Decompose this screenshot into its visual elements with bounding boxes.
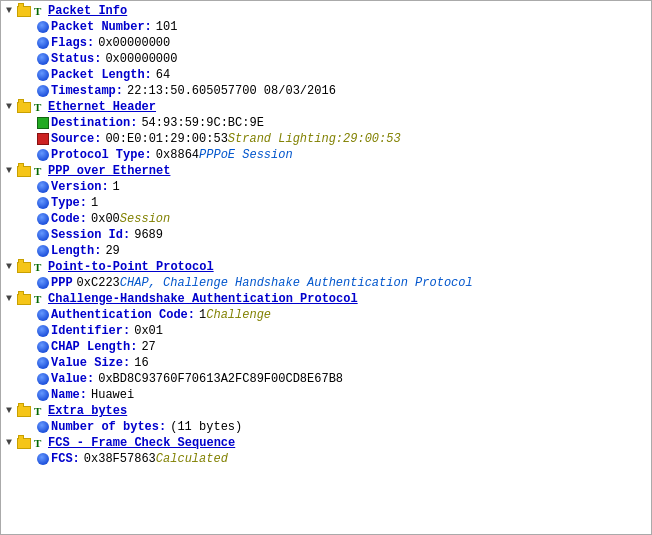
blue-circle-icon: [37, 389, 49, 401]
blue-circle-icon: [37, 373, 49, 385]
field-row[interactable]: Value Size:16: [33, 355, 651, 371]
section-content-ethernet-header: Destination:54:93:59:9C:BC:9ESource:00:E…: [1, 115, 651, 163]
tree-toggle-point-to-point[interactable]: ▼: [3, 261, 15, 273]
tree-toggle-ethernet-header[interactable]: ▼: [3, 101, 15, 113]
blue-circle-icon: [37, 21, 49, 33]
blue-circle-icon: [37, 37, 49, 49]
folder-icon: [17, 166, 31, 177]
section-title-point-to-point: Point-to-Point Protocol: [48, 260, 214, 274]
field-row[interactable]: Version:1: [33, 179, 651, 195]
field-row[interactable]: Flags:0x00000000: [33, 35, 651, 51]
field-value: 1: [199, 308, 206, 322]
blue-circle-icon: [37, 357, 49, 369]
field-row[interactable]: Authentication Code:1 Challenge: [33, 307, 651, 323]
section-header-fcs[interactable]: ▼TFCS - Frame Check Sequence: [1, 435, 651, 451]
blue-circle-icon: [37, 181, 49, 193]
folder-icon: [17, 6, 31, 17]
blue-circle-icon: [37, 341, 49, 353]
tree-toggle-ppp-over-ethernet[interactable]: ▼: [3, 165, 15, 177]
field-row[interactable]: Length:29: [33, 243, 651, 259]
field-row[interactable]: Protocol Type:0x8864 PPPoE Session: [33, 147, 651, 163]
field-label: Status:: [51, 52, 101, 66]
section-title-ppp-over-ethernet: PPP over Ethernet: [48, 164, 170, 178]
field-value-extra: Session: [120, 212, 170, 226]
field-value: 0x00: [91, 212, 120, 226]
field-value: 0xC223: [77, 276, 120, 290]
section-header-point-to-point[interactable]: ▼TPoint-to-Point Protocol: [1, 259, 651, 275]
field-label: Value Size:: [51, 356, 130, 370]
blue-circle-icon: [37, 421, 49, 433]
section-header-ethernet-header[interactable]: ▼TEthernet Header: [1, 99, 651, 115]
field-label: Identifier:: [51, 324, 130, 338]
field-label: Protocol Type:: [51, 148, 152, 162]
field-label: Flags:: [51, 36, 94, 50]
blue-circle-icon: [37, 85, 49, 97]
field-row[interactable]: Timestamp:22:13:50.605057700 08/03/2016: [33, 83, 651, 99]
field-row[interactable]: CHAP Length:27: [33, 339, 651, 355]
field-value-extra: CHAP, Challenge Handshake Authentication…: [120, 276, 473, 290]
tree-toggle-packet-info[interactable]: ▼: [3, 5, 15, 17]
field-row[interactable]: Destination:54:93:59:9C:BC:9E: [33, 115, 651, 131]
section-header-chap[interactable]: ▼TChallenge-Handshake Authentication Pro…: [1, 291, 651, 307]
field-row[interactable]: FCS:0x38F57863 Calculated: [33, 451, 651, 467]
red-square-icon: [37, 133, 49, 145]
field-label: Packet Number:: [51, 20, 152, 34]
field-row[interactable]: Session Id:9689: [33, 227, 651, 243]
t-icon: T: [34, 101, 47, 114]
field-value-extra: Challenge: [206, 308, 271, 322]
blue-circle-icon: [37, 453, 49, 465]
section-content-point-to-point: PPP0xC223 CHAP, Challenge Handshake Auth…: [1, 275, 651, 291]
field-label: Length:: [51, 244, 101, 258]
field-value: 1: [91, 196, 98, 210]
field-row[interactable]: Identifier:0x01: [33, 323, 651, 339]
field-row[interactable]: Packet Length:64: [33, 67, 651, 83]
field-row[interactable]: PPP0xC223 CHAP, Challenge Handshake Auth…: [33, 275, 651, 291]
tree-toggle-extra-bytes[interactable]: ▼: [3, 405, 15, 417]
blue-circle-icon: [37, 197, 49, 209]
t-icon: T: [34, 437, 47, 450]
field-row[interactable]: Source:00:E0:01:29:00:53 Strand Lighting…: [33, 131, 651, 147]
field-value: (11 bytes): [170, 420, 242, 434]
t-icon: T: [34, 261, 47, 274]
folder-icon: [17, 406, 31, 417]
field-label: Source:: [51, 132, 101, 146]
t-icon: T: [34, 5, 47, 18]
tree-toggle-chap[interactable]: ▼: [3, 293, 15, 305]
blue-circle-icon: [37, 309, 49, 321]
field-value: 101: [156, 20, 178, 34]
field-label: Name:: [51, 388, 87, 402]
field-row[interactable]: Number of bytes:(11 bytes): [33, 419, 651, 435]
field-row[interactable]: Name:Huawei: [33, 387, 651, 403]
tree-toggle-fcs[interactable]: ▼: [3, 437, 15, 449]
field-row[interactable]: Status:0x00000000: [33, 51, 651, 67]
field-label: Number of bytes:: [51, 420, 166, 434]
field-value: Huawei: [91, 388, 134, 402]
section-header-packet-info[interactable]: ▼TPacket Info: [1, 3, 651, 19]
blue-circle-icon: [37, 53, 49, 65]
field-row[interactable]: Packet Number:101: [33, 19, 651, 35]
field-row[interactable]: Type:1: [33, 195, 651, 211]
t-icon: T: [34, 165, 47, 178]
section-content-extra-bytes: Number of bytes:(11 bytes): [1, 419, 651, 435]
folder-icon: [17, 438, 31, 449]
field-value: 54:93:59:9C:BC:9E: [141, 116, 263, 130]
field-label: CHAP Length:: [51, 340, 137, 354]
section-content-ppp-over-ethernet: Version:1Type:1Code:0x00 SessionSession …: [1, 179, 651, 259]
section-title-fcs: FCS - Frame Check Sequence: [48, 436, 235, 450]
field-label: Destination:: [51, 116, 137, 130]
section-header-extra-bytes[interactable]: ▼TExtra bytes: [1, 403, 651, 419]
field-value-extra: Strand Lighting:29:00:53: [228, 132, 401, 146]
field-label: Code:: [51, 212, 87, 226]
field-value: 27: [141, 340, 155, 354]
field-row[interactable]: Value:0xBD8C93760F70613A2FC89F00CD8E67B8: [33, 371, 651, 387]
field-label: Version:: [51, 180, 109, 194]
field-label: Timestamp:: [51, 84, 123, 98]
field-label: Authentication Code:: [51, 308, 195, 322]
green-square-icon: [37, 117, 49, 129]
section-title-extra-bytes: Extra bytes: [48, 404, 127, 418]
field-row[interactable]: Code:0x00 Session: [33, 211, 651, 227]
field-label: PPP: [51, 276, 73, 290]
section-header-ppp-over-ethernet[interactable]: ▼TPPP over Ethernet: [1, 163, 651, 179]
field-value: 0x01: [134, 324, 163, 338]
field-value: 1: [113, 180, 120, 194]
